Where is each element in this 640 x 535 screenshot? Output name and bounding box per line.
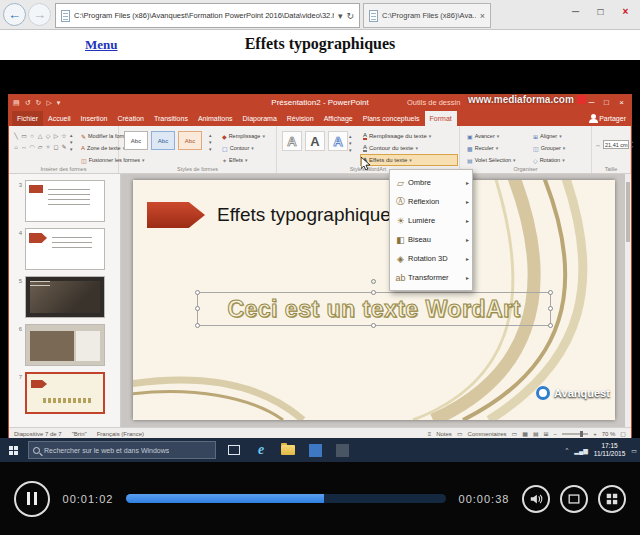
wordart-textbox[interactable]: Ceci est un texte WordArt: [197, 292, 551, 326]
shape-style-sample[interactable]: Abc: [151, 131, 175, 150]
ribbon-button[interactable]: A Contour du texte ▾: [360, 142, 458, 154]
slide-thumbnail-row[interactable]: 4: [9, 228, 120, 270]
slide-thumbnail[interactable]: [25, 276, 105, 318]
address-dropdown-icon[interactable]: ▾: [338, 11, 343, 21]
ribbon-button[interactable]: ✎ Modifier la forme ▾: [78, 130, 118, 142]
slide-canvas[interactable]: Effets typographiques Ceci est un texte …: [133, 180, 615, 420]
ribbon-button[interactable]: ◫ Grouper ▾: [530, 142, 588, 154]
shape-icon[interactable]: ○: [28, 131, 36, 142]
ribbon-button[interactable]: ▣ Avancer ▾: [464, 130, 528, 142]
resize-handle[interactable]: [548, 290, 553, 295]
shape-icon[interactable]: ▷: [52, 131, 60, 142]
zoom-in-icon[interactable]: +: [593, 431, 597, 437]
view-reading-icon[interactable]: ▤: [533, 430, 539, 437]
taskbar-app-icon[interactable]: [305, 439, 325, 461]
ribbon-button[interactable]: ▤ Volet Sélection ▾: [464, 154, 528, 166]
progress-bar[interactable]: [126, 494, 446, 503]
zoom-slider[interactable]: [562, 433, 588, 435]
resize-handle[interactable]: [371, 323, 376, 328]
ribbon-button[interactable]: ◆ Remplissage ▾: [219, 130, 275, 142]
language[interactable]: Français (France): [97, 431, 144, 437]
taskbar-search[interactable]: Rechercher sur le web et dans Windows: [28, 441, 216, 459]
view-sorter-icon[interactable]: ▦: [522, 430, 528, 437]
slide-thumbnail-row[interactable]: 3: [9, 180, 120, 222]
ribbon-tab[interactable]: Animations: [193, 111, 238, 126]
comments-icon[interactable]: ▭: [457, 430, 463, 437]
shape-icon[interactable]: ╲: [12, 131, 20, 142]
ribbon-button[interactable]: ⊞ Aligner ▾: [530, 130, 588, 142]
resize-handle[interactable]: [195, 323, 200, 328]
volume-button[interactable]: [522, 485, 550, 513]
slide-thumbnail-row[interactable]: 7: [9, 372, 120, 414]
forward-button[interactable]: →: [28, 3, 51, 26]
ribbon-tab[interactable]: Format: [425, 111, 457, 126]
share-button[interactable]: Partager: [591, 111, 626, 126]
slide-thumbnail[interactable]: [25, 324, 105, 366]
text-effects-menu-item[interactable]: ▱ Ombre ▸: [390, 173, 472, 192]
fullscreen-button[interactable]: [560, 485, 588, 513]
rotate-handle[interactable]: [371, 279, 376, 284]
wordart-style-sample[interactable]: A: [282, 131, 302, 151]
view-slideshow-icon[interactable]: ⊞: [544, 430, 549, 437]
tray-chevron-icon[interactable]: ^: [565, 447, 568, 453]
ribbon-tab[interactable]: Accueil: [43, 111, 76, 126]
ribbon-tab[interactable]: Révision: [282, 111, 319, 126]
close-button[interactable]: ×: [613, 0, 638, 24]
tab-close-icon[interactable]: ×: [480, 11, 485, 21]
shape-width-field[interactable]: ↔ 21,41 cm ▴▾: [595, 140, 633, 149]
wordart-text[interactable]: Ceci est un texte WordArt: [227, 296, 520, 323]
wordart-style-sample[interactable]: A: [305, 131, 325, 151]
shape-icon[interactable]: ◠: [28, 142, 36, 153]
taskbar-clock[interactable]: 17:15 11/11/2015: [594, 442, 626, 458]
ribbon-tab[interactable]: Diaporama: [238, 111, 282, 126]
ribbon-tab[interactable]: Fichier: [12, 111, 43, 126]
shape-icon[interactable]: ✧: [44, 142, 52, 153]
ribbon-button[interactable]: A Zone de texte ▾: [78, 142, 118, 154]
resize-handle[interactable]: [195, 290, 200, 295]
shape-icon[interactable]: ▱: [36, 142, 44, 153]
zoom-level[interactable]: 70 %: [602, 431, 616, 437]
background-tab[interactable]: C:\Program Files (x86)\Ava... ×: [363, 3, 491, 28]
taskbar-app-icon[interactable]: e: [251, 439, 271, 461]
ribbon-button[interactable]: ◇ Rotation ▾: [530, 154, 588, 166]
editor-scrollbar[interactable]: [625, 174, 631, 427]
resize-handle[interactable]: [548, 306, 553, 311]
ppt-restore-button[interactable]: □: [599, 95, 614, 111]
shape-icon[interactable]: ◻: [52, 142, 60, 153]
gallery-scroll-icons[interactable]: ▴▾▾: [70, 132, 73, 153]
ribbon-button[interactable]: A Effets du texte ▾: [360, 154, 458, 166]
tiles-button[interactable]: [598, 485, 626, 513]
shape-style-sample[interactable]: Abc: [178, 131, 202, 150]
text-effects-menu-item[interactable]: ◈ Rotation 3D ▸: [390, 249, 472, 268]
ribbon-tab[interactable]: Transitions: [149, 111, 193, 126]
start-button[interactable]: [0, 438, 26, 462]
ribbon-button[interactable]: A Remplissage du texte ▾: [360, 130, 458, 142]
shape-icon[interactable]: ⌂: [12, 142, 20, 153]
ribbon-tab[interactable]: Affichage: [319, 111, 358, 126]
minimize-button[interactable]: ─: [563, 0, 588, 24]
ribbon-tab[interactable]: Plans conceptuels: [358, 111, 425, 126]
fit-slide-icon[interactable]: ▢: [620, 430, 626, 437]
gallery-scroll-icons[interactable]: ▴▾▾: [349, 133, 352, 154]
notes-toggle[interactable]: Notes: [436, 431, 452, 437]
text-effects-menu-item[interactable]: ◧ Biseau ▸: [390, 230, 472, 249]
address-bar[interactable]: C:\Program Files (x86)\Avanquest\Formati…: [55, 3, 360, 28]
shape-icon[interactable]: ▭: [20, 131, 28, 142]
text-effects-menu-item[interactable]: ☀ Lumière ▸: [390, 211, 472, 230]
ribbon-button[interactable]: ✦ Effets ▾: [219, 154, 275, 166]
ribbon-tab[interactable]: Création: [112, 111, 148, 126]
shape-icon[interactable]: ☆: [60, 131, 68, 142]
ribbon-button[interactable]: ▩ Reculer ▾: [464, 142, 528, 154]
action-center-icon[interactable]: ▭: [631, 447, 637, 454]
wordart-style-sample[interactable]: A: [328, 131, 348, 151]
back-button[interactable]: ←: [3, 3, 26, 26]
refresh-icon[interactable]: ↻: [346, 11, 354, 21]
width-value[interactable]: 21,41 cm: [603, 140, 629, 149]
taskbar-app-icon[interactable]: [332, 439, 352, 461]
slide-title[interactable]: Effets typographiques: [217, 204, 400, 226]
network-icon[interactable]: ▂▄▆: [574, 447, 587, 454]
resize-handle[interactable]: [371, 290, 376, 295]
slide-thumbnail[interactable]: [25, 228, 105, 270]
ppt-minimize-button[interactable]: ─: [584, 95, 599, 111]
shape-icon[interactable]: ✎: [60, 142, 68, 153]
